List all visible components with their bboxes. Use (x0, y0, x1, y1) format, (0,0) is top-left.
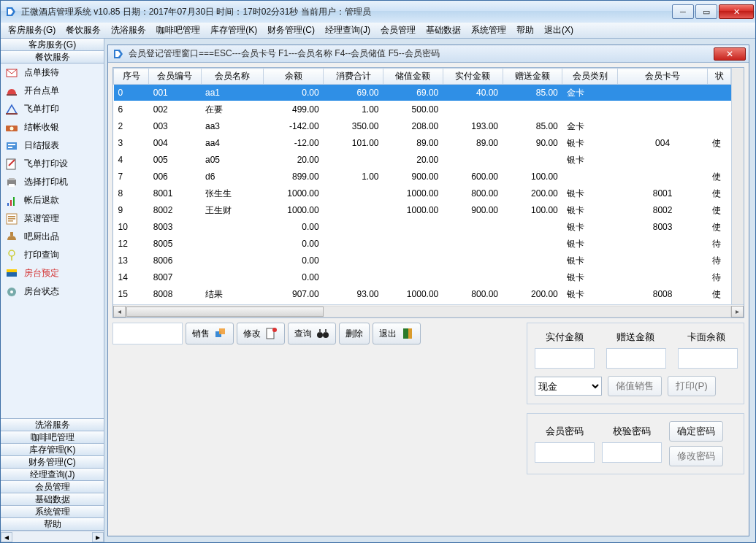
minimize-button[interactable]: ─ (672, 4, 694, 19)
table-row[interactable]: 6002在要499.001.00500.00 (114, 101, 731, 118)
col-header[interactable]: 实付金额 (443, 69, 503, 85)
change-pw-button[interactable]: 修改密码 (669, 446, 723, 466)
cell: 使 (708, 202, 731, 219)
col-header[interactable]: 会员类别 (562, 69, 617, 85)
store-sell-button[interactable]: 储值销售 (608, 376, 662, 396)
sidebar-item-11[interactable]: 房台预定 (1, 264, 104, 282)
sidebar-item-7[interactable]: 帐后退款 (1, 191, 104, 209)
sidebar-category-7[interactable]: 系统管理 (1, 505, 104, 518)
sidebar-category-8[interactable]: 帮助 (1, 517, 104, 531)
search-input[interactable] (112, 323, 183, 344)
cell: 69.00 (383, 85, 443, 101)
delete-button[interactable]: 删除 (339, 323, 370, 344)
hscroll-thumb[interactable] (126, 307, 324, 317)
grid-vscroll[interactable] (731, 68, 744, 304)
menu-help[interactable]: 帮助 (512, 23, 538, 38)
sidebar-category-5[interactable]: 会员管理 (1, 480, 104, 493)
menu-dining[interactable]: 餐饮服务 (61, 23, 105, 38)
table-row[interactable]: 1080030.00银卡8003使 (114, 219, 731, 236)
menu-manager-query[interactable]: 经理查询(J) (321, 23, 375, 38)
col-header[interactable]: 赠送金额 (503, 69, 562, 85)
scroll-left-icon[interactable]: ◂ (1, 532, 12, 542)
paid-input[interactable] (535, 348, 595, 369)
col-header[interactable]: 会员卡号 (617, 69, 708, 85)
sidebar-item-9[interactable]: 吧厨出品 (1, 228, 104, 246)
sidebar-item-2[interactable]: 飞单打印 (1, 100, 104, 118)
sidebar-header-room[interactable]: 客房服务(G) (1, 39, 104, 51)
table-row[interactable]: 98002王生财1000.001000.00900.00100.00银卡8002… (114, 202, 731, 219)
query-button[interactable]: 查询 (288, 323, 336, 344)
table-row[interactable]: 1480070.00银卡待 (114, 269, 731, 286)
sidebar-category-1[interactable]: 咖啡吧管理 (1, 431, 104, 444)
hscroll-left-icon[interactable]: ◂ (113, 306, 126, 317)
exit-button[interactable]: 退出 (373, 323, 421, 344)
cell: 4 (114, 152, 149, 169)
sidebar-item-4[interactable]: 日结报表 (1, 136, 104, 155)
table-row[interactable]: 4005a0520.0020.00银卡 (114, 152, 731, 169)
table-row[interactable]: 1380060.00银卡待 (114, 253, 731, 269)
sell-button[interactable]: 销售 (186, 323, 234, 344)
member-pw-input[interactable] (535, 442, 595, 463)
payment-method-select[interactable]: 现金 (535, 377, 602, 396)
menu-system[interactable]: 系统管理 (467, 23, 511, 38)
sidebar-item-8[interactable]: 菜谱管理 (1, 209, 104, 228)
sidebar-category-4[interactable]: 经理查询(J) (1, 468, 104, 481)
col-header[interactable]: 余额 (264, 69, 324, 85)
col-header[interactable]: 会员名称 (201, 69, 264, 85)
sidebar-item-12[interactable]: 房台状态 (1, 282, 104, 301)
verify-pw-input[interactable] (602, 442, 662, 463)
cell: 3 (114, 135, 149, 152)
menu-exit[interactable]: 退出(X) (540, 23, 578, 38)
card-balance-input[interactable] (678, 348, 738, 369)
sidebar-item-0[interactable]: 点单接待 (1, 63, 104, 82)
menu-room-service[interactable]: 客房服务(G) (4, 23, 60, 38)
sidebar-item-3[interactable]: 结帐收银 (1, 118, 104, 136)
sidebar-item-label: 飞单打印 (24, 103, 59, 115)
maximize-button[interactable]: ▭ (695, 4, 717, 19)
close-button[interactable]: ✕ (719, 4, 754, 19)
cell: 1.00 (324, 169, 383, 185)
hscroll-right-icon[interactable]: ▸ (731, 306, 744, 317)
sidebar-category-3[interactable]: 财务管理(C) (1, 455, 104, 469)
menu-inventory[interactable]: 库存管理(K) (206, 23, 261, 38)
col-header[interactable]: 状 (708, 69, 731, 85)
inner-close-button[interactable]: ✕ (714, 47, 746, 61)
sidebar-item-10[interactable]: 打印查询 (1, 246, 104, 264)
sidebar-header-dining[interactable]: 餐饮服务 (1, 50, 104, 63)
table-row[interactable]: 3004aa4-12.00101.0089.0089.0090.00银卡004使 (114, 135, 731, 152)
sidebar-hscroll[interactable]: ◂ ▸ (1, 531, 104, 542)
svg-rect-17 (8, 218, 15, 220)
cell (201, 269, 264, 286)
menu-bath[interactable]: 洗浴服务 (107, 23, 150, 38)
sidebar-item-5[interactable]: 飞单打印设 (1, 155, 104, 173)
menu-finance[interactable]: 财务管理(C) (263, 23, 319, 38)
sidebar-category-2[interactable]: 库存管理(K) (1, 443, 104, 456)
cell (443, 101, 503, 118)
table-row[interactable]: 2003aa3-142.00350.00208.00193.0085.00金卡 (114, 118, 731, 135)
menu-basic-data[interactable]: 基础数据 (421, 23, 465, 38)
sidebar-category-6[interactable]: 基础数据 (1, 493, 104, 506)
col-header[interactable]: 序号 (114, 69, 149, 85)
col-header[interactable]: 消费合计 (324, 69, 383, 85)
sidebar-category-0[interactable]: 洗浴服务 (1, 418, 104, 431)
table-row[interactable]: 0001aa10.0069.0069.0040.0085.00金卡 (114, 85, 731, 101)
table-row[interactable]: 1280050.00银卡待 (114, 236, 731, 253)
cell (324, 236, 383, 253)
grid-hscroll[interactable]: ◂ ▸ (113, 304, 744, 317)
menu-cafe[interactable]: 咖啡吧管理 (152, 23, 205, 38)
table-row[interactable]: 158008结果907.0093.001000.00800.00200.00银卡… (114, 286, 731, 303)
scroll-right-icon[interactable]: ▸ (92, 532, 104, 542)
col-header[interactable]: 储值金额 (383, 69, 443, 85)
bonus-input[interactable] (606, 348, 666, 369)
table-row[interactable]: 88001张生生1000.001000.00800.00200.00银卡8001… (114, 185, 731, 202)
col-header[interactable]: 会员编号 (149, 69, 201, 85)
print-button[interactable]: 打印(P) (668, 376, 716, 396)
member-grid[interactable]: 序号会员编号会员名称余额消费合计储值金额实付金额赠送金额会员类别会员卡号状 00… (113, 68, 731, 303)
sidebar-item-6[interactable]: 选择打印机 (1, 173, 104, 191)
confirm-pw-button[interactable]: 确定密码 (669, 421, 723, 442)
table-row[interactable]: 7006d6899.001.00900.00600.00100.00使 (114, 169, 731, 185)
cell: 1000.00 (383, 286, 443, 303)
modify-button[interactable]: 修改 (237, 323, 285, 344)
sidebar-item-1[interactable]: 开台点单 (1, 82, 104, 100)
menu-member[interactable]: 会员管理 (376, 23, 420, 38)
